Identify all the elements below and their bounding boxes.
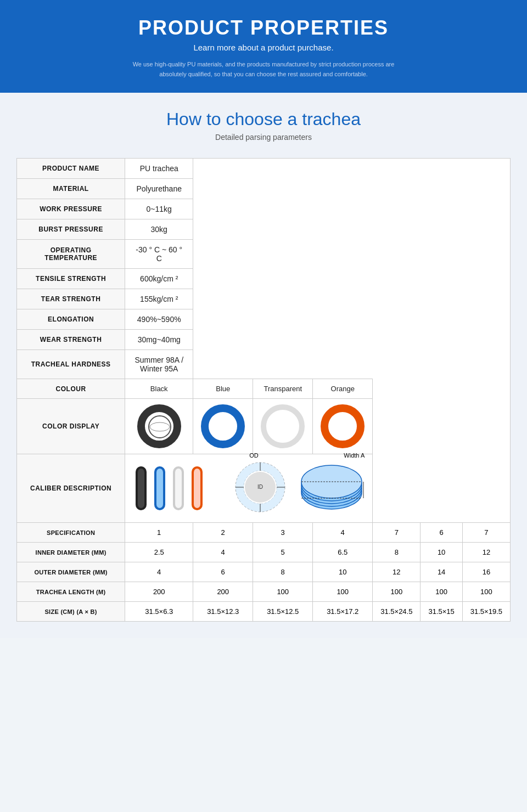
spec-cell: 31.5×12.5 [253, 602, 313, 622]
widtha-label: Width A [344, 452, 365, 459]
svg-point-0 [149, 416, 171, 438]
spec-cell: 12 [373, 562, 421, 582]
spec-cell: 7 [462, 523, 510, 543]
caliber-diagram: OD ID Width A [133, 460, 365, 517]
colour-option: Black [125, 379, 193, 399]
prop-label: OPERATING TEMPERATURE [17, 240, 125, 269]
table-row: OPERATING TEMPERATURE -30 ° C ~ 60 ° C [17, 240, 511, 269]
caliber-label: CALIBER DESCRIPTION [17, 454, 125, 523]
transparent-circle [261, 404, 305, 448]
prop-value: 155kg/cm ² [125, 289, 193, 309]
spec-cell: 100 [421, 582, 462, 602]
table-row: TEAR STRENGTH 155kg/cm ² [17, 289, 511, 309]
roll-diagram: Width A Height B [299, 460, 365, 517]
colour-option: Transparent [253, 379, 313, 399]
spec-cell: 2.5 [125, 543, 193, 562]
spec-cell: 31.5×19.5 [462, 602, 510, 622]
section-title: How to choose a trachea [11, 109, 516, 129]
prop-label: WEAR STRENGTH [17, 330, 125, 350]
spec-cell: 12 [462, 543, 510, 562]
spec-cell: 31.5×6.3 [125, 602, 193, 622]
spec-label: SPECIFICATION [17, 523, 125, 543]
spec-cell: 100 [253, 582, 313, 602]
spec-cell: 1 [125, 523, 193, 543]
spec-label: OUTER DIAMETER (MM) [17, 562, 125, 582]
black-circle [137, 404, 181, 448]
svg-rect-5 [156, 469, 163, 508]
spec-cell: 6.5 [313, 543, 373, 562]
header-subtitle: Learn more about a product purchase. [11, 43, 516, 52]
prop-label: ELONGATION [17, 309, 125, 330]
orange-circle [321, 404, 365, 448]
prop-label: WORK PRESSURE [17, 199, 125, 219]
prop-value: 30mg~40mg [125, 330, 193, 350]
prop-label: PRODUCT NAME [17, 159, 125, 179]
spec-cell: 4 [193, 543, 253, 562]
spec-label: TRACHEA LENGTH (M) [17, 582, 125, 602]
table-row: WEAR STRENGTH 30mg~40mg [17, 330, 511, 350]
color-display-transparent [253, 399, 313, 454]
tube-samples [133, 466, 205, 510]
prop-label: TENSILE STRENGTH [17, 269, 125, 289]
colour-label: COLOUR [17, 379, 125, 399]
color-display-black [125, 399, 193, 454]
caliber-diagram-cell: OD ID Width A [125, 454, 373, 523]
spec-cell: 31.5×24.5 [373, 602, 421, 622]
prop-value: Summer 98A / Winter 95A [125, 350, 193, 379]
svg-rect-3 [138, 469, 144, 508]
spec-row: OUTER DIAMETER (MM)46810121416 [17, 562, 511, 582]
table-row: TRACHEAL HARDNESS Summer 98A / Winter 95… [17, 350, 511, 379]
prop-value: PU trachea [125, 159, 193, 179]
spec-row: TRACHEA LENGTH (M)200200100100100100100 [17, 582, 511, 602]
svg-rect-7 [175, 469, 182, 508]
od-label: OD [249, 452, 259, 459]
page-header: PRODUCT PROPERTIES Learn more about a pr… [0, 0, 527, 93]
spec-label: SIZE (CM) (A × B) [17, 602, 125, 622]
spec-row: SIZE (CM) (A × B)31.5×6.331.5×12.331.5×1… [17, 602, 511, 622]
prop-value: -30 ° C ~ 60 ° C [125, 240, 193, 269]
svg-point-1 [150, 422, 170, 431]
spec-cell: 31.5×17.2 [313, 602, 373, 622]
spec-cell: 7 [373, 523, 421, 543]
table-row: ELONGATION 490%~590% [17, 309, 511, 330]
spec-cell: 100 [462, 582, 510, 602]
spec-cell: 10 [421, 543, 462, 562]
spec-cell: 6 [421, 523, 462, 543]
prop-label: BURST PRESSURE [17, 219, 125, 240]
prop-value: 600kg/cm ² [125, 269, 193, 289]
properties-table: PRODUCT NAME PU trachea MATERIAL Polyure… [16, 158, 511, 622]
spec-cell: 14 [421, 562, 462, 582]
spec-cell: 100 [373, 582, 421, 602]
spec-row: SPECIFICATION1234767 [17, 523, 511, 543]
spec-cell: 31.5×15 [421, 602, 462, 622]
section-subtitle: Detailed parsing parameters [11, 133, 516, 142]
spec-cell: 200 [125, 582, 193, 602]
spec-cell: 100 [313, 582, 373, 602]
color-display-label: COLOR DISPLAY [17, 399, 125, 454]
spec-cell: 200 [193, 582, 253, 602]
table-row: WORK PRESSURE 0~11kg [17, 199, 511, 219]
color-display-blue [193, 399, 253, 454]
spec-cell: 8 [373, 543, 421, 562]
spec-cell: 6 [193, 562, 253, 582]
prop-value: Polyurethane [125, 179, 193, 199]
svg-rect-9 [194, 469, 200, 508]
colour-option: Orange [313, 379, 373, 399]
caliber-row: CALIBER DESCRIPTION [17, 454, 511, 523]
spec-cell: 4 [125, 562, 193, 582]
table-row: PRODUCT NAME PU trachea [17, 159, 511, 179]
spec-cell: 16 [462, 562, 510, 582]
colour-row: COLOUR BlackBlueTransparentOrange [17, 379, 511, 399]
spec-cell: 5 [253, 543, 313, 562]
colour-option: Blue [193, 379, 253, 399]
header-title: PRODUCT PROPERTIES [11, 16, 516, 40]
section-title-area: How to choose a trachea Detailed parsing… [0, 93, 527, 147]
table-row: BURST PRESSURE 30kg [17, 219, 511, 240]
prop-value: 30kg [125, 219, 193, 240]
color-display-orange [313, 399, 373, 454]
color-display-row: COLOR DISPLAY [17, 399, 511, 454]
spec-cell: 31.5×12.3 [193, 602, 253, 622]
spec-row: INNER DIAMETER (MM)2.5456.581012 [17, 543, 511, 562]
table-container: PRODUCT NAME PU trachea MATERIAL Polyure… [0, 147, 527, 638]
prop-label: TEAR STRENGTH [17, 289, 125, 309]
